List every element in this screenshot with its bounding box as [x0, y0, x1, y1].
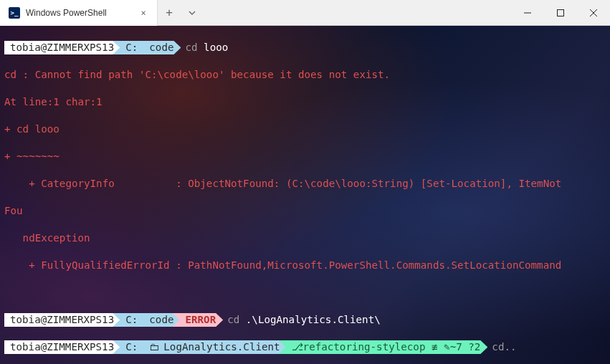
error-output: + cd looo	[4, 123, 606, 136]
prompt-user: tobia@ZIMMERXPS13	[4, 41, 121, 54]
tab-dropdown-button[interactable]	[181, 9, 204, 17]
svg-rect-0	[558, 10, 564, 16]
prompt-dir: 🗀 LogAnalytics.Client	[136, 340, 287, 354]
prompt-user: tobia@ZIMMERXPS13	[4, 313, 121, 327]
tab-powershell[interactable]: >_ Windows PowerShell ×	[0, 0, 158, 26]
prompt-line: tobia@ZIMMERXPS13C:codeERRORcd .\LogAnal…	[4, 313, 606, 327]
branch-icon: ⎇	[292, 340, 303, 354]
prompt-line: tobia@ZIMMERXPS13C:🗀 LogAnalytics.Client…	[4, 340, 606, 354]
chevron-down-icon	[188, 9, 196, 17]
titlebar: >_ Windows PowerShell × +	[0, 0, 610, 26]
error-output: cd : Cannot find path 'C:\code\looo' bec…	[4, 68, 606, 82]
error-output: At line:1 char:1	[4, 95, 606, 109]
window-controls	[511, 0, 610, 26]
close-button[interactable]	[577, 0, 610, 26]
error-output: + CategoryInfo : ObjectNotFound: (C:\cod…	[4, 177, 606, 191]
prompt-user: tobia@ZIMMERXPS13	[4, 340, 121, 354]
window: >_ Windows PowerShell × + tobia@ZIMMERXP…	[0, 0, 610, 364]
command: cd .\LogAnalytics.Client\	[223, 313, 381, 327]
prompt-branch: ⎇refactoring-stylecop ≢ ✎~7 ?2	[279, 340, 488, 354]
error-output: + ~~~~~~~	[4, 150, 606, 163]
error-output: + FullyQualifiedErrorId : PathNotFound,M…	[4, 259, 606, 272]
powershell-icon: >_	[9, 7, 20, 19]
command: cd..	[487, 340, 516, 354]
prompt-line: tobia@ZIMMERXPS13C:codecd looo	[4, 41, 606, 54]
error-output: ndException	[4, 231, 606, 245]
blank-line	[4, 286, 606, 300]
tab-close-button[interactable]: ×	[138, 8, 148, 18]
new-tab-button[interactable]: +	[158, 6, 181, 19]
command: cd looo	[181, 41, 228, 54]
folder-icon: 🗀	[149, 340, 159, 354]
minimize-button[interactable]	[511, 0, 544, 26]
maximize-button[interactable]	[544, 0, 577, 26]
pencil-icon: ✎	[444, 340, 450, 354]
error-output: Fou	[4, 204, 606, 218]
terminal[interactable]: tobia@ZIMMERXPS13C:codecd looo cd : Cann…	[0, 26, 610, 364]
tab-title: Windows PowerShell	[26, 8, 133, 18]
prompt-error-badge: ERROR	[172, 313, 223, 327]
